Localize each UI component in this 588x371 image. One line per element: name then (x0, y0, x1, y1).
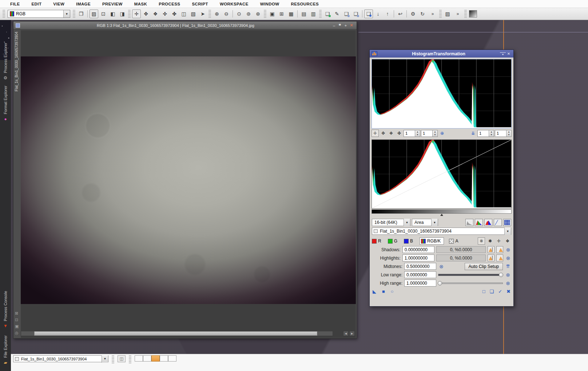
histogram-grid-icon[interactable] (503, 219, 511, 226)
lock-output-icon[interactable]: ❖ (504, 237, 511, 245)
scroll-left-icon[interactable]: ◄ (343, 331, 349, 336)
menu-window[interactable]: WINDOW (260, 2, 279, 6)
horizontal-scroll-spinner[interactable]: ▲▼ (477, 130, 494, 137)
preview-previous-icon[interactable]: ⊡ (99, 9, 108, 18)
histogram-plot-input[interactable] (372, 59, 512, 129)
chevron-down-icon[interactable]: ▼ (404, 219, 410, 226)
horizontal-scrollbar[interactable]: ◄ ► (21, 331, 356, 336)
chevron-down-icon[interactable]: ▼ (102, 355, 108, 363)
menu-view[interactable]: VIEW (53, 2, 64, 6)
histogram-transformation-dialog[interactable]: HistogramTransformation ▲ ✕ ✛✥❖✤▲▼▲▼⊕⇊▲▼… (369, 50, 514, 307)
image-canvas-area[interactable]: ◄ ► (21, 30, 356, 338)
revert-icon[interactable]: ↩ (396, 9, 405, 18)
preview-next-icon[interactable]: ◨ (118, 9, 127, 18)
menu-script[interactable]: SCRIPT (192, 2, 208, 6)
menu-file[interactable]: FILE (10, 2, 20, 6)
image-window[interactable]: RGB 1:3 Flat_1s_Bin1_0030_1606573973904 … (13, 21, 357, 339)
clone-alt-icon[interactable]: ❏ (351, 9, 360, 18)
vertical-scroll-spinner-input[interactable] (495, 130, 506, 137)
auto-clip-apply-icon[interactable]: ⇈ (505, 264, 511, 269)
scroll-histogram-icon[interactable]: ⇊ (469, 130, 477, 137)
shade-icon[interactable]: ▀ (337, 24, 343, 27)
channel-selector-combo[interactable]: RGB▼ (8, 10, 70, 18)
rollup-icon[interactable]: ▲ (500, 52, 506, 55)
preview-select-icon[interactable]: ◧ (108, 9, 117, 18)
dialog-close-icon[interactable]: ✕ (506, 52, 512, 56)
channel-rgb-k[interactable]: RGB/K (420, 237, 444, 245)
zoom-optimal-icon[interactable]: ⊛ (254, 9, 262, 18)
new-instance-icon[interactable]: ◣ (373, 289, 376, 294)
open-image-icon[interactable]: ❏ (364, 9, 373, 18)
select-all-icon[interactable]: ▣ (268, 9, 277, 18)
menu-image[interactable]: IMAGE (76, 2, 91, 6)
sidebar-item-file-explorer[interactable]: File Explorer▰ (0, 335, 11, 365)
chevron-down-icon[interactable]: ▼ (431, 219, 438, 226)
fit-window-icon[interactable]: ▤ (299, 9, 308, 18)
menu-process[interactable]: PROCESS (159, 2, 180, 6)
shadows-clip-icon[interactable] (488, 246, 494, 253)
horizontal-zoom-spinner-input[interactable] (404, 130, 415, 137)
center-view-icon[interactable]: ✜ (160, 9, 169, 18)
show-clippings-icon[interactable]: ✱ (486, 237, 494, 245)
screen-stretch-icon[interactable]: ◫ (179, 9, 188, 18)
histogram-mode-curve-icon[interactable] (494, 219, 502, 226)
bit-depth-combo[interactable]: 16-bit (64K) ▼ (372, 219, 410, 226)
background-pattern-icon[interactable]: ▨ (443, 9, 452, 18)
sidebar-item-format-explorer[interactable]: Format Explorer● (0, 86, 11, 122)
highlights-clip-icon[interactable] (488, 254, 494, 261)
menu-resources[interactable]: RESOURCES (291, 2, 319, 6)
new-preview-icon[interactable]: ▨ (90, 9, 98, 18)
midtones-input[interactable] (404, 263, 436, 270)
menu-preview[interactable]: PREVIEW (102, 2, 123, 6)
workspace-window-icon[interactable]: ◫ (118, 355, 126, 362)
shadows-clip-alt-icon[interactable] (496, 246, 503, 253)
workspace-swatch-1[interactable] (135, 355, 143, 362)
view-selector[interactable]: Flat_1s_Bin1_0030_1606573973904 ▼ (372, 228, 511, 235)
expand-histogram-icon[interactable]: ✥ (380, 130, 387, 137)
channel-r[interactable]: R (372, 238, 381, 244)
apply-icon[interactable]: ■ (382, 289, 385, 294)
vertical-zoom-spinner-arrows[interactable]: ▲▼ (432, 130, 437, 137)
menu-edit[interactable]: EDIT (32, 2, 42, 6)
shadow-highlight-gradient-bar[interactable] (372, 209, 512, 214)
image-window-titlebar[interactable]: RGB 1:3 Flat_1s_Bin1_0030_1606573973904 … (13, 21, 357, 29)
plot-mode-combo[interactable]: Area ▼ (412, 219, 438, 226)
highlights-input[interactable] (402, 254, 434, 261)
contract-histogram-icon[interactable]: ❖ (388, 130, 395, 137)
readout-mode-icon[interactable]: ✛ (132, 9, 141, 18)
pointer-select-icon[interactable]: ➤ (198, 9, 207, 18)
duplicate-image-icon[interactable]: ❐ (77, 9, 86, 18)
workspace-swatch-3[interactable] (151, 355, 160, 362)
horizontal-zoom-spinner-arrows[interactable]: ▲▼ (415, 130, 420, 137)
shadows-input[interactable] (402, 246, 434, 253)
statusbar-view-selector[interactable]: Flat_1s_Bin1_0030_1606573973904 ▼ (13, 355, 108, 362)
channel-a[interactable]: A (449, 238, 458, 244)
histogram-plot-transfer[interactable] (372, 139, 512, 209)
process-settings-icon[interactable]: ⚙ (409, 9, 417, 18)
workspace-swatch-4[interactable] (160, 355, 168, 362)
zoom-out-icon[interactable]: ⊖ (222, 9, 231, 18)
high-range-input[interactable] (404, 280, 436, 287)
pan-mode-icon[interactable]: ✤ (170, 9, 179, 18)
show-raw-histogram-icon[interactable]: ※ (478, 237, 485, 245)
midtones-marker[interactable] (440, 214, 443, 216)
chevron-down-icon[interactable]: ▼ (63, 10, 70, 17)
screen-stretch-alt-icon[interactable]: ▧ (189, 9, 198, 18)
midtones-reset-icon[interactable]: ⊗ (438, 264, 445, 269)
flat-field-image[interactable] (21, 56, 356, 304)
vertical-zoom-spinner-input[interactable] (421, 130, 432, 137)
reset-icon[interactable]: ✖ (506, 289, 510, 294)
horizontal-zoom-spinner[interactable]: ▲▼ (404, 130, 420, 137)
window-frame-tool-icon-2[interactable]: ⊡ (15, 317, 19, 322)
close-icon[interactable]: ✕ (349, 23, 354, 28)
show-grid-icon[interactable]: ✛ (495, 237, 502, 245)
scrollbar-track[interactable] (21, 331, 333, 336)
selection-grid-icon[interactable]: ⊞ (277, 9, 286, 18)
sidebar-item-process-console[interactable]: Process Console▼ (0, 291, 11, 328)
window-frame-tool-icon-4[interactable]: ◎ (15, 331, 19, 335)
gradient-swatch-icon[interactable] (469, 10, 477, 17)
dialog-titlebar[interactable]: HistogramTransformation ▲ ✕ (370, 50, 513, 58)
histogram-mode-rgb-icon[interactable] (475, 219, 483, 226)
overflow-chevron-2-icon[interactable]: » (453, 9, 462, 18)
execute-icon[interactable]: ✓ (498, 289, 502, 294)
